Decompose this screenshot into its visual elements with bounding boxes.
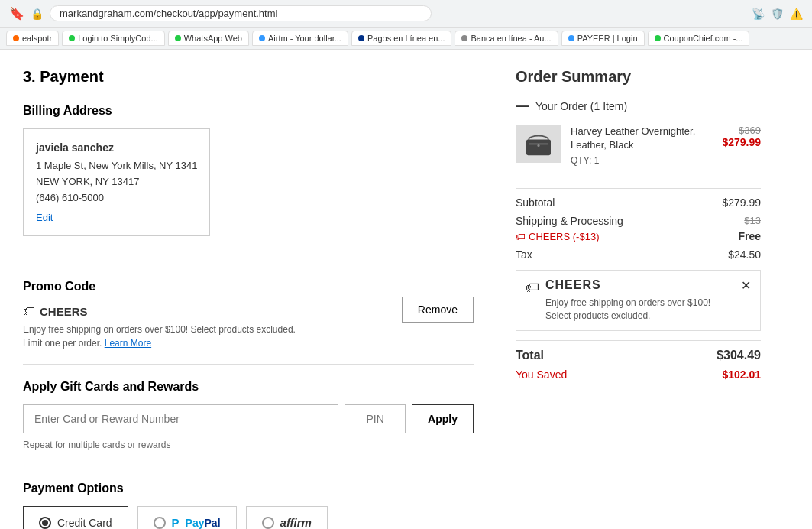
edit-address-link[interactable]: Edit xyxy=(36,212,197,223)
tag-icon-badge: 🏷 xyxy=(526,280,539,296)
saved-label: You Saved xyxy=(516,368,567,381)
billing-phone: (646) 610-5000 xyxy=(36,190,197,206)
bag-svg xyxy=(519,128,558,159)
address-box: javiela sanchez 1 Maple St, New York Mil… xyxy=(23,128,210,236)
gift-inputs: Apply xyxy=(23,404,474,433)
tab-couponchief[interactable]: CouponChief.com -... xyxy=(648,31,750,46)
paypal-radio[interactable] xyxy=(154,517,166,529)
radio-filled-dot xyxy=(42,520,48,526)
your-order-label: Your Order (1 Item) xyxy=(535,100,627,112)
total-row: Total $304.49 xyxy=(516,349,761,362)
promo-limit: Limit one per order. Learn More xyxy=(23,338,402,349)
promo-left: 🏷 CHEERS Enjoy free shipping on orders o… xyxy=(23,304,402,349)
total-label: Total xyxy=(516,349,544,362)
cheers-promo-row: 🏷 CHEERS (-$13) Free xyxy=(516,230,761,242)
original-price: $369 xyxy=(722,125,761,136)
product-name: Harvey Leather Overnighter, Leather, Bla… xyxy=(571,125,713,152)
tab-payeer[interactable]: PAYEER | Login xyxy=(561,31,645,46)
tab-banca[interactable]: Banca en línea - Au... xyxy=(455,31,558,46)
paypal-p-icon: P xyxy=(172,516,180,529)
payment-options-section: Payment Options Credit Card P PayPal xyxy=(23,482,474,529)
billing-name: javiela sanchez xyxy=(36,141,197,154)
bookmark-icon: 🔖 xyxy=(9,6,24,21)
promo-label-row: 🏷 CHEERS xyxy=(23,304,402,318)
payment-options-title: Payment Options xyxy=(23,482,474,495)
gift-section-title: Apply Gift Cards and Rewards xyxy=(23,380,474,394)
affirm-label: affirm xyxy=(280,516,312,529)
sale-price: $279.99 xyxy=(722,136,761,148)
tab-whatsapp[interactable]: WhatsApp Web xyxy=(168,31,249,46)
payment-options-row: Credit Card P PayPal affirm xyxy=(23,506,474,529)
tab-dealspotr[interactable]: ealspotr xyxy=(6,31,59,46)
cheers-promo-label: 🏷 CHEERS (-$13) xyxy=(516,230,599,242)
cheers-badge-title: CHEERS xyxy=(545,278,735,292)
tab-airtm[interactable]: Airtm - Your dollar... xyxy=(252,31,348,46)
subtotal-value: $279.99 xyxy=(722,196,761,209)
browser-action-icons: 📡 🛡️ ⚠️ xyxy=(752,8,803,20)
credit-card-radio[interactable] xyxy=(39,517,51,529)
promo-code-text: CHEERS xyxy=(40,305,88,318)
extension-icon-1[interactable]: 📡 xyxy=(752,8,765,20)
tag-icon: 🏷 xyxy=(23,304,35,318)
gift-repeat-note: Repeat for multiple cards or rewards xyxy=(23,440,474,450)
extension-icon-2[interactable]: 🛡️ xyxy=(771,8,784,20)
promo-row: 🏷 CHEERS Enjoy free shipping on orders o… xyxy=(23,304,474,349)
left-panel: 3. Payment Billing Address javiela sanch… xyxy=(0,50,497,529)
browser-bar: 🔖 🔒 markandgraham.com/checkout/app/payme… xyxy=(0,0,812,28)
shipping-original: $13 xyxy=(744,215,761,227)
product-row: Harvey Leather Overnighter, Leather, Bla… xyxy=(516,125,761,177)
page-title: 3. Payment xyxy=(23,68,474,86)
order-summary-title: Order Summary xyxy=(516,68,761,86)
tag-icon-small: 🏷 xyxy=(516,231,526,242)
gift-cards-section: Apply Gift Cards and Rewards Apply Repea… xyxy=(23,380,474,450)
affirm-radio[interactable] xyxy=(262,517,274,529)
summary-divider-1 xyxy=(516,188,761,189)
pin-input[interactable] xyxy=(345,404,406,433)
paypal-option[interactable]: P PayPal xyxy=(137,506,237,529)
tax-row: Tax $24.50 xyxy=(516,248,761,261)
saved-row: You Saved $102.01 xyxy=(516,368,761,381)
url-bar[interactable]: markandgraham.com/checkout/app/payment.h… xyxy=(50,5,432,21)
product-qty: QTY: 1 xyxy=(571,155,713,166)
svg-point-3 xyxy=(537,144,539,147)
subtotal-row: Subtotal $279.99 xyxy=(516,196,761,209)
billing-section-title: Billing Address xyxy=(23,104,474,118)
promo-description: Enjoy free shipping on orders over $100!… xyxy=(23,324,402,335)
shipping-row: Shipping & Processing $13 xyxy=(516,215,761,227)
billing-address2: NEW YORK, NY 13417 xyxy=(36,174,197,190)
page-container: 3. Payment Billing Address javiela sanch… xyxy=(0,50,812,529)
summary-divider-2 xyxy=(516,340,761,341)
lock-icon: 🔒 xyxy=(31,8,44,20)
product-prices: $369 $279.99 xyxy=(722,125,761,166)
product-image xyxy=(516,125,561,163)
tax-value: $24.50 xyxy=(728,248,761,261)
shipping-label: Shipping & Processing xyxy=(516,215,623,227)
subtotal-label: Subtotal xyxy=(516,196,555,209)
divider-2 xyxy=(23,364,474,365)
tab-simplycode[interactable]: Login to SimplyCod... xyxy=(62,31,165,46)
extension-icon-3[interactable]: ⚠️ xyxy=(790,8,803,20)
remove-promo-button[interactable]: Remove xyxy=(402,297,474,323)
divider-1 xyxy=(23,264,474,264)
close-cheers-button[interactable]: ✕ xyxy=(741,278,751,293)
learn-more-link[interactable]: Learn More xyxy=(105,338,151,349)
cheers-badge-desc: Enjoy free shipping on orders over $100!… xyxy=(545,297,735,323)
shipping-free-value: Free xyxy=(738,230,761,242)
cheers-badge: 🏷 CHEERS Enjoy free shipping on orders o… xyxy=(516,270,761,331)
credit-card-option[interactable]: Credit Card xyxy=(23,506,128,529)
tax-label: Tax xyxy=(516,248,532,261)
tab-pagos[interactable]: Pagos en Línea en... xyxy=(351,31,452,46)
billing-section: Billing Address javiela sanchez 1 Maple … xyxy=(23,104,474,248)
credit-card-label: Credit Card xyxy=(57,517,112,529)
collapse-order-icon[interactable]: — xyxy=(516,98,529,114)
billing-address1: 1 Maple St, New York Mills, NY 1341 xyxy=(36,158,197,174)
saved-value: $102.01 xyxy=(722,368,761,381)
order-summary-panel: Order Summary — Your Order (1 Item) Harv… xyxy=(497,50,779,529)
total-value: $304.49 xyxy=(717,349,761,362)
affirm-option[interactable]: affirm xyxy=(246,506,328,529)
card-number-input[interactable] xyxy=(23,404,338,433)
promo-section-title: Promo Code xyxy=(23,280,474,294)
svg-rect-1 xyxy=(526,139,551,155)
apply-button[interactable]: Apply xyxy=(412,404,474,433)
product-info: Harvey Leather Overnighter, Leather, Bla… xyxy=(571,125,713,166)
